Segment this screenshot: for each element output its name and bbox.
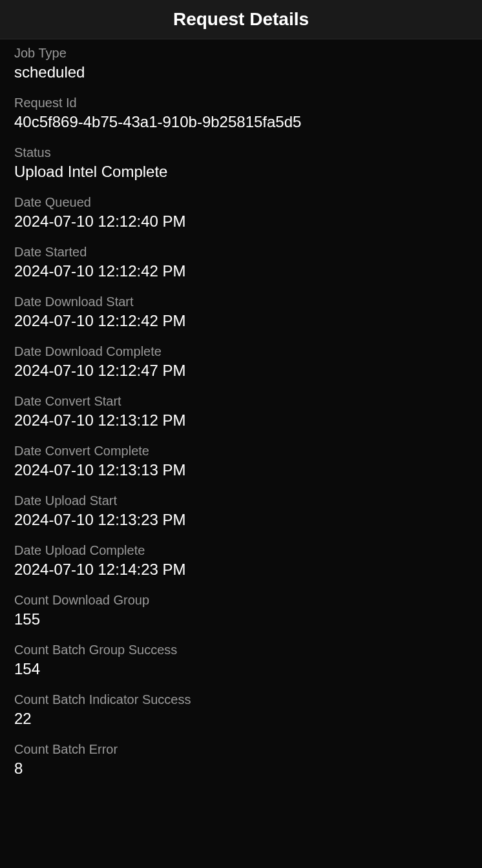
field-value: 2024-07-10 12:13:23 PM bbox=[14, 511, 468, 529]
field-value: 22 bbox=[14, 710, 468, 728]
field-label: Date Queued bbox=[14, 195, 468, 210]
field-date-upload-start: Date Upload Start 2024-07-10 12:13:23 PM bbox=[14, 493, 468, 529]
field-value: 2024-07-10 12:13:13 PM bbox=[14, 461, 468, 479]
field-value: Upload Intel Complete bbox=[14, 163, 468, 181]
field-value: 2024-07-10 12:13:12 PM bbox=[14, 411, 468, 429]
field-date-download-complete: Date Download Complete 2024-07-10 12:12:… bbox=[14, 344, 468, 380]
field-label: Request Id bbox=[14, 96, 468, 110]
field-label: Count Download Group bbox=[14, 593, 468, 608]
field-value: 2024-07-10 12:12:42 PM bbox=[14, 312, 468, 330]
field-label: Job Type bbox=[14, 46, 468, 61]
field-value: 154 bbox=[14, 660, 468, 678]
field-count-batch-group-success: Count Batch Group Success 154 bbox=[14, 643, 468, 678]
field-label: Date Convert Complete bbox=[14, 444, 468, 459]
field-count-batch-error: Count Batch Error 8 bbox=[14, 742, 468, 778]
field-request-id: Request Id 40c5f869-4b75-43a1-910b-9b258… bbox=[14, 96, 468, 131]
field-label: Count Batch Indicator Success bbox=[14, 692, 468, 707]
field-value: 155 bbox=[14, 610, 468, 628]
field-value: 40c5f869-4b75-43a1-910b-9b25815fa5d5 bbox=[14, 113, 468, 131]
field-label: Count Batch Error bbox=[14, 742, 468, 757]
field-label: Status bbox=[14, 145, 468, 160]
field-status: Status Upload Intel Complete bbox=[14, 145, 468, 181]
field-date-queued: Date Queued 2024-07-10 12:12:40 PM bbox=[14, 195, 468, 231]
field-label: Count Batch Group Success bbox=[14, 643, 468, 657]
field-count-batch-indicator-success: Count Batch Indicator Success 22 bbox=[14, 692, 468, 728]
field-value: scheduled bbox=[14, 63, 468, 81]
field-value: 8 bbox=[14, 760, 468, 778]
field-date-convert-complete: Date Convert Complete 2024-07-10 12:13:1… bbox=[14, 444, 468, 479]
field-label: Date Download Start bbox=[14, 294, 468, 309]
page-header: Request Details bbox=[0, 0, 482, 39]
field-date-upload-complete: Date Upload Complete 2024-07-10 12:14:23… bbox=[14, 543, 468, 579]
field-value: 2024-07-10 12:14:23 PM bbox=[14, 561, 468, 579]
page-title: Request Details bbox=[0, 9, 482, 30]
field-label: Date Upload Start bbox=[14, 493, 468, 508]
field-label: Date Started bbox=[14, 245, 468, 260]
field-count-download-group: Count Download Group 155 bbox=[14, 593, 468, 628]
field-label: Date Download Complete bbox=[14, 344, 468, 359]
field-label: Date Convert Start bbox=[14, 394, 468, 409]
field-label: Date Upload Complete bbox=[14, 543, 468, 558]
field-date-started: Date Started 2024-07-10 12:12:42 PM bbox=[14, 245, 468, 280]
field-date-convert-start: Date Convert Start 2024-07-10 12:13:12 P… bbox=[14, 394, 468, 429]
field-job-type: Job Type scheduled bbox=[14, 46, 468, 81]
field-value: 2024-07-10 12:12:47 PM bbox=[14, 362, 468, 380]
details-content: Job Type scheduled Request Id 40c5f869-4… bbox=[0, 39, 482, 798]
field-date-download-start: Date Download Start 2024-07-10 12:12:42 … bbox=[14, 294, 468, 330]
field-value: 2024-07-10 12:12:42 PM bbox=[14, 262, 468, 280]
field-value: 2024-07-10 12:12:40 PM bbox=[14, 212, 468, 231]
